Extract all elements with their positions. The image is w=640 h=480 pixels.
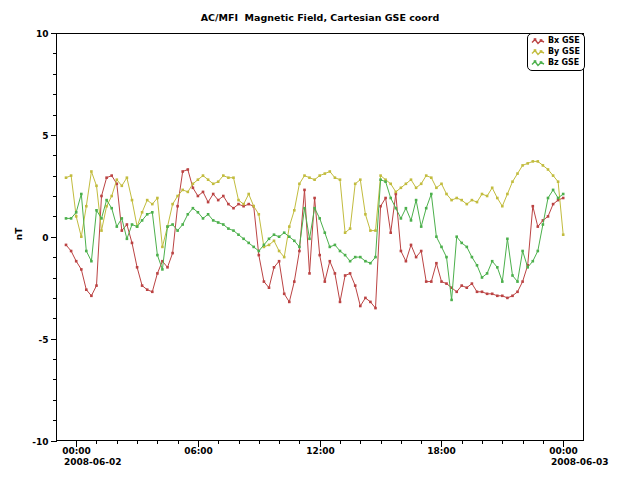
by-line-sample-icon: [531, 48, 545, 57]
plot-canvas: 1050-5-1000:0006:0012:0018:0000:00: [0, 0, 640, 480]
svg-text:00:00: 00:00: [549, 446, 578, 456]
legend-label-by: By GSE: [548, 47, 580, 57]
legend-box: Bx GSE By GSE Bz GSE: [527, 33, 585, 71]
bx-line-sample-icon: [531, 37, 545, 46]
svg-text:10: 10: [36, 29, 49, 39]
legend-label-bz: Bz GSE: [548, 58, 579, 68]
legend-item-bx: Bx GSE: [531, 36, 580, 46]
svg-text:12:00: 12:00: [306, 446, 335, 456]
svg-text:5: 5: [42, 131, 48, 141]
legend-item-bz: Bz GSE: [531, 58, 580, 68]
svg-text:00:00: 00:00: [62, 446, 91, 456]
x-axis-end-date: 2008-06-03: [551, 457, 609, 467]
legend-label-bx: Bx GSE: [548, 36, 580, 46]
svg-text:-5: -5: [39, 335, 49, 345]
svg-text:0: 0: [42, 233, 48, 243]
svg-text:06:00: 06:00: [184, 446, 213, 456]
svg-text:18:00: 18:00: [427, 446, 456, 456]
x-axis-start-date: 2008-06-02: [64, 457, 122, 467]
svg-text:-10: -10: [32, 437, 48, 447]
plot-window: AC/MFI Magnetic Field, Cartesian GSE coo…: [0, 0, 640, 480]
legend-item-by: By GSE: [531, 47, 580, 57]
bz-line-sample-icon: [531, 59, 545, 68]
